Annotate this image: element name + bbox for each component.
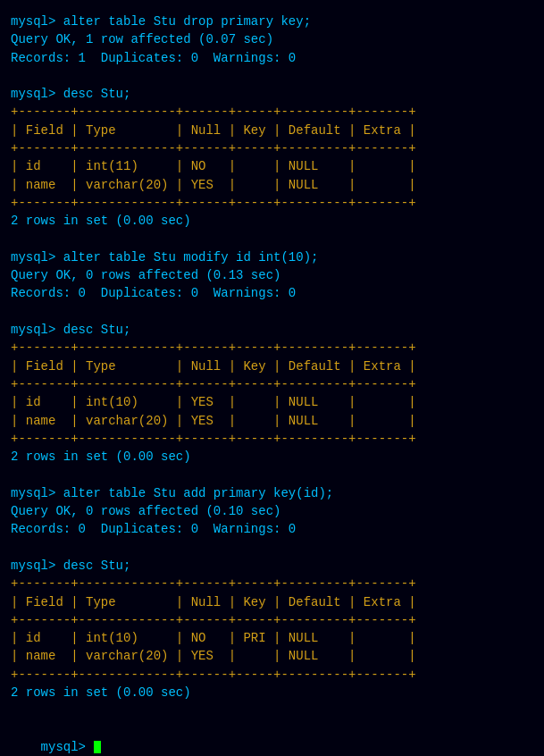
rowcount-2: 2 rows in set (0.00 sec) (11, 448, 533, 466)
table-row-3: | id | int(10) | YES | | NULL | | (11, 393, 533, 411)
prompt-text: mysql> (41, 740, 94, 754)
result-line-1: Query OK, 1 row affected (0.07 sec) (11, 30, 533, 48)
cmd-line-4: mysql> desc Stu; (11, 321, 533, 339)
table-border-mid-2: +-------+-------------+------+-----+----… (11, 375, 533, 393)
blank-2 (11, 231, 533, 248)
table-row-2: | name | varchar(20) | YES | | NULL | | (11, 176, 533, 194)
table-header-2: | Field | Type | Null | Key | Default | … (11, 357, 533, 375)
result-line-3: Query OK, 0 rows affected (0.13 sec) (11, 266, 533, 284)
blank-4 (11, 466, 533, 483)
table-border-bot-1: +-------+-------------+------+-----+----… (11, 194, 533, 212)
table-border-top-1: +-------+-------------+------+-----+----… (11, 103, 533, 121)
blank-5 (11, 539, 533, 557)
table-header-1: | Field | Type | Null | Key | Default | … (11, 122, 533, 139)
table-border-top-3: +-------+-------------+------+-----+----… (11, 575, 533, 592)
table-border-bot-2: +-------+-------------+------+-----+----… (11, 430, 533, 448)
table-border-mid-3: +-------+-------------+------+-----+----… (11, 611, 533, 629)
result-line-6: Records: 0 Duplicates: 0 Warnings: 0 (11, 520, 533, 538)
table-row-1: | id | int(11) | NO | | NULL | | (11, 157, 533, 175)
terminal-window: mysql> alter table Stu drop primary key;… (11, 9, 533, 756)
cursor (94, 741, 101, 753)
blank-1 (11, 67, 533, 85)
final-prompt-line[interactable]: mysql> (11, 720, 533, 756)
cmd-line-3: mysql> alter table Stu modify id int(10)… (11, 248, 533, 266)
table-border-mid-1: +-------+-------------+------+-----+----… (11, 139, 533, 157)
cmd-line-5: mysql> alter table Stu add primary key(i… (11, 484, 533, 502)
cmd-line-2: mysql> desc Stu; (11, 85, 533, 103)
table-border-bot-3: +-------+-------------+------+-----+----… (11, 666, 533, 684)
table-row-5: | id | int(10) | NO | PRI | NULL | | (11, 629, 533, 647)
result-line-5: Query OK, 0 rows affected (0.10 sec) (11, 502, 533, 520)
cmd-line-6: mysql> desc Stu; (11, 557, 533, 575)
rowcount-3: 2 rows in set (0.00 sec) (11, 684, 533, 701)
blank-6 (11, 701, 533, 719)
blank-3 (11, 303, 533, 321)
table-row-6: | name | varchar(20) | YES | | NULL | | (11, 647, 533, 665)
cmd-line-1: mysql> alter table Stu drop primary key; (11, 13, 533, 30)
table-border-top-2: +-------+-------------+------+-----+----… (11, 339, 533, 357)
result-line-4: Records: 0 Duplicates: 0 Warnings: 0 (11, 284, 533, 302)
table-row-4: | name | varchar(20) | YES | | NULL | | (11, 412, 533, 430)
rowcount-1: 2 rows in set (0.00 sec) (11, 212, 533, 230)
result-line-2: Records: 1 Duplicates: 0 Warnings: 0 (11, 49, 533, 67)
table-header-3: | Field | Type | Null | Key | Default | … (11, 593, 533, 611)
